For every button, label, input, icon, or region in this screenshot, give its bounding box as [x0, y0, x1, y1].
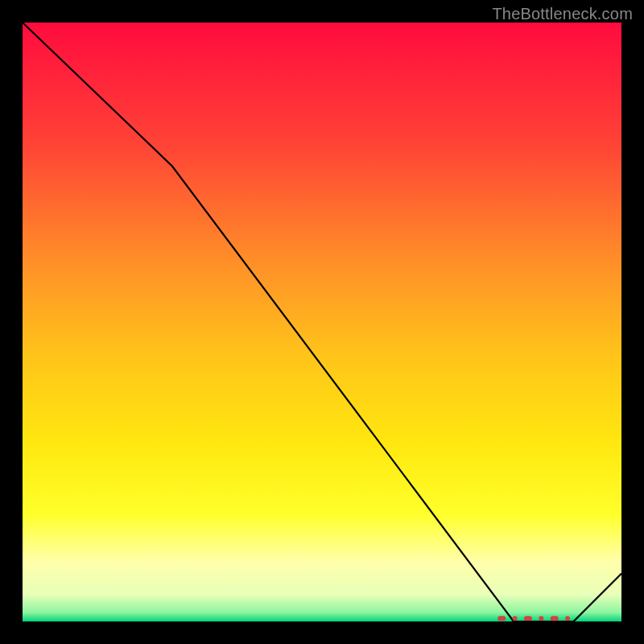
- marker-dot: [524, 616, 532, 621]
- marker-dot: [513, 616, 518, 621]
- watermark-text: TheBottleneck.com: [492, 5, 633, 23]
- marker-dot: [551, 616, 559, 621]
- marker-dot: [539, 616, 543, 621]
- marker-dot: [497, 616, 506, 621]
- chart-plot-area: [23, 23, 621, 621]
- chart-svg: [23, 23, 621, 621]
- marker-dot: [565, 616, 570, 621]
- chart-background: [23, 23, 621, 621]
